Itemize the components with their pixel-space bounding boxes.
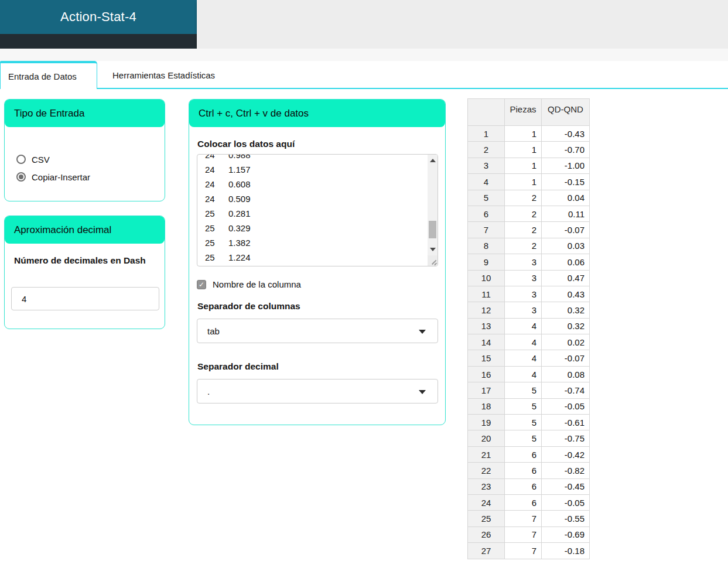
- table-row: 1340.32: [468, 318, 590, 334]
- piezas-cell[interactable]: 5: [505, 382, 542, 398]
- qdqnd-cell[interactable]: 0.03: [542, 238, 590, 254]
- column-name-checkbox[interactable]: ✓: [197, 280, 206, 289]
- table-row: 205-0.75: [468, 430, 590, 446]
- qdqnd-cell[interactable]: 0.47: [542, 270, 590, 286]
- piezas-cell[interactable]: 5: [505, 398, 542, 414]
- qdqnd-cell[interactable]: -0.42: [542, 446, 590, 462]
- data-table-body: 11-0.4321-0.7031-1.0041-0.15520.04620.11…: [468, 126, 590, 559]
- qdqnd-cell[interactable]: -0.55: [542, 511, 590, 526]
- qdqnd-cell[interactable]: -0.74: [542, 382, 590, 398]
- piezas-cell[interactable]: 4: [505, 334, 542, 350]
- piezas-cell[interactable]: 3: [505, 286, 542, 302]
- header-piezas: Piezas: [505, 99, 542, 126]
- decimal-separator-select[interactable]: .: [197, 379, 438, 404]
- piezas-cell[interactable]: 6: [505, 463, 542, 478]
- piezas-cell[interactable]: 5: [505, 415, 542, 430]
- table-row: 226-0.82: [468, 463, 590, 478]
- qdqnd-cell[interactable]: -0.07: [542, 350, 590, 366]
- qdqnd-cell[interactable]: -0.69: [542, 526, 590, 542]
- checkbox-label: Nombre de la columna: [213, 279, 301, 289]
- row-index-cell: 20: [468, 430, 505, 446]
- qdqnd-cell[interactable]: -0.15: [542, 174, 590, 190]
- piezas-cell[interactable]: 5: [505, 430, 542, 446]
- table-row: 175-0.74: [468, 382, 590, 398]
- qdqnd-cell[interactable]: -0.82: [542, 463, 590, 478]
- piezas-cell[interactable]: 7: [505, 526, 542, 542]
- row-index-cell: 26: [468, 526, 505, 542]
- qdqnd-cell[interactable]: -0.05: [542, 398, 590, 414]
- table-row: 11-0.43: [468, 126, 590, 142]
- table-row: 236-0.45: [468, 478, 590, 494]
- piezas-cell[interactable]: 4: [505, 318, 542, 334]
- piezas-cell[interactable]: 4: [505, 350, 542, 366]
- table-row: 72-0.07: [468, 222, 590, 238]
- app-header: Action-Stat-4: [0, 0, 197, 34]
- tab-entrada-de-datos[interactable]: Entrada de Datos: [0, 61, 97, 89]
- qdqnd-cell[interactable]: -0.18: [542, 543, 590, 559]
- textarea-scrollbar[interactable]: [428, 155, 438, 255]
- chevron-down-icon: [419, 330, 426, 334]
- piezas-cell[interactable]: 2: [505, 206, 542, 221]
- paste-panel-title: Ctrl + c, Ctrl + v de datos: [189, 100, 445, 127]
- qdqnd-cell[interactable]: 0.11: [542, 206, 590, 221]
- table-header-row: Piezas QD-QND: [468, 99, 590, 126]
- qdqnd-cell[interactable]: -0.07: [542, 222, 590, 238]
- row-index-cell: 16: [468, 366, 505, 382]
- decimals-input[interactable]: [11, 287, 159, 310]
- piezas-cell[interactable]: 6: [505, 494, 542, 510]
- decimal-separator-label: Separador decimal: [197, 361, 436, 372]
- scroll-up-arrow-icon[interactable]: [430, 159, 436, 162]
- radio-button-icon[interactable]: [16, 155, 26, 164]
- qdqnd-cell[interactable]: 0.32: [542, 318, 590, 334]
- qdqnd-cell[interactable]: 0.43: [542, 286, 590, 302]
- qdqnd-cell[interactable]: 0.08: [542, 366, 590, 382]
- table-row: 1440.02: [468, 334, 590, 350]
- piezas-cell[interactable]: 3: [505, 270, 542, 286]
- piezas-cell[interactable]: 2: [505, 190, 542, 206]
- qdqnd-cell[interactable]: -0.43: [542, 126, 590, 142]
- piezas-cell[interactable]: 6: [505, 478, 542, 494]
- resize-grip-icon: [434, 262, 437, 265]
- piezas-cell[interactable]: 1: [505, 126, 542, 142]
- row-index-cell: 14: [468, 334, 505, 350]
- header-sub-strip: [0, 49, 728, 61]
- qdqnd-cell[interactable]: -0.45: [542, 478, 590, 494]
- column-name-checkbox-row[interactable]: ✓ Nombre de la columna: [197, 279, 445, 289]
- piezas-cell[interactable]: 7: [505, 543, 542, 559]
- radio-option-csv[interactable]: CSV: [16, 151, 165, 168]
- piezas-cell[interactable]: 3: [505, 254, 542, 270]
- radio-option-copiar-insertar[interactable]: Copiar-Insertar: [16, 168, 165, 186]
- app-title: Action-Stat-4: [60, 9, 136, 25]
- qdqnd-cell[interactable]: -0.05: [542, 494, 590, 510]
- paste-textarea[interactable]: 240.988241.157240.608240.509250.281250.3…: [197, 154, 438, 266]
- column-separator-select[interactable]: tab: [197, 319, 438, 343]
- scroll-down-arrow-icon[interactable]: [430, 248, 436, 251]
- scrollbar-thumb[interactable]: [429, 221, 436, 238]
- piezas-cell[interactable]: 1: [505, 174, 542, 190]
- piezas-cell[interactable]: 1: [505, 142, 542, 158]
- piezas-cell[interactable]: 3: [505, 302, 542, 318]
- textarea-line: 251.382: [205, 235, 251, 250]
- row-index-cell: 23: [468, 478, 505, 494]
- textarea-resize-handle[interactable]: [428, 255, 438, 266]
- qdqnd-cell[interactable]: 0.32: [542, 302, 590, 318]
- textarea-line: 240.988: [205, 154, 251, 162]
- qdqnd-cell[interactable]: -0.70: [542, 142, 590, 158]
- piezas-cell[interactable]: 2: [505, 222, 542, 238]
- qdqnd-cell[interactable]: 0.06: [542, 254, 590, 270]
- radio-button-selected-icon[interactable]: [16, 172, 26, 182]
- piezas-cell[interactable]: 1: [505, 158, 542, 173]
- table-row: 1640.08: [468, 366, 590, 382]
- qdqnd-cell[interactable]: 0.02: [542, 334, 590, 350]
- qdqnd-cell[interactable]: 0.04: [542, 190, 590, 206]
- piezas-cell[interactable]: 2: [505, 238, 542, 254]
- qdqnd-cell[interactable]: -1.00: [542, 158, 590, 173]
- piezas-cell[interactable]: 7: [505, 511, 542, 526]
- piezas-cell[interactable]: 6: [505, 446, 542, 462]
- row-index-cell: 1: [468, 126, 505, 142]
- row-index-cell: 24: [468, 494, 505, 510]
- qdqnd-cell[interactable]: -0.61: [542, 415, 590, 430]
- tab-herramientas-estadisticas[interactable]: Herramientas Estadísticas: [97, 61, 215, 89]
- qdqnd-cell[interactable]: -0.75: [542, 430, 590, 446]
- piezas-cell[interactable]: 4: [505, 366, 542, 382]
